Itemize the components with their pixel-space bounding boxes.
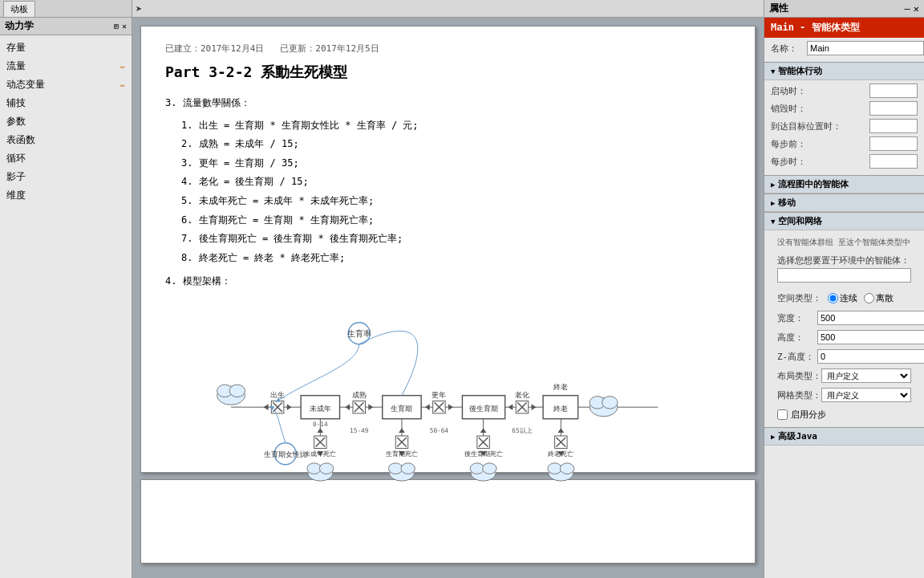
space-continuous-label: 连续 — [840, 292, 857, 304]
sidebar-item-params[interactable]: 参数 — [0, 112, 132, 131]
document-area[interactable]: 已建立：2017年12月4日 已更新：2017年12月5日 Part 3-2-2… — [132, 18, 764, 578]
name-field-group: 名称： — [764, 38, 924, 62]
use-steps-checkbox[interactable] — [777, 409, 788, 420]
tab-bar: 动板 — [0, 0, 132, 18]
eq-1: 1. 出生 = 生育期 * 生育期女性比 * 生育率 / 元; — [181, 117, 731, 135]
eq-5: 5. 未成年死亡 = 未成年 * 未成年死亡率; — [181, 193, 731, 210]
startup-field: 启动时： — [771, 83, 918, 98]
space-type-row: 空间类型： 连续 离散 — [771, 289, 918, 307]
arrive-field: 到达目标位置时： — [771, 119, 918, 133]
sidebar-header-icons: ⊞ ✕ — [114, 22, 127, 31]
svg-point-86 — [560, 463, 573, 474]
svg-marker-29 — [424, 404, 429, 410]
layout-select[interactable]: 用户定义 — [821, 368, 911, 383]
svg-marker-51 — [317, 428, 323, 433]
doc-updated: 已更新：2017年12月5日 — [280, 43, 379, 55]
svg-point-75 — [470, 463, 484, 474]
use-steps-row: 启用分步 — [771, 405, 918, 424]
svg-text:成熟: 成熟 — [351, 391, 366, 399]
space-type-label: 空间类型： — [777, 292, 821, 304]
svg-text:生育率: 生育率 — [346, 329, 371, 338]
svg-text:未成年死亡: 未成年死亡 — [304, 450, 336, 458]
use-steps-label: 启用分步 — [791, 409, 826, 421]
width-input[interactable] — [817, 311, 924, 325]
edit-icon-flow: ✏ — [120, 62, 125, 71]
sidebar-item-stock[interactable]: 存量 — [0, 39, 132, 57]
flow-agent-label: 流程图中的智能体 — [778, 178, 849, 190]
svg-marker-12 — [286, 404, 291, 410]
svg-text:終老: 終老 — [553, 405, 568, 413]
height-input[interactable] — [817, 330, 924, 344]
agent-behavior-section[interactable]: 智能体行动 — [764, 62, 924, 80]
name-label: 名称： — [771, 43, 807, 55]
space-network-section[interactable]: 空间和网络 — [764, 212, 924, 230]
svg-text:50-64: 50-64 — [429, 427, 448, 434]
z-height-input[interactable] — [817, 349, 924, 364]
arrive-input[interactable] — [869, 119, 918, 133]
navigate-arrow[interactable]: ➤ — [136, 2, 142, 15]
agent-behavior-label: 智能体行动 — [778, 65, 822, 77]
svg-marker-71 — [480, 428, 486, 433]
step-after-input[interactable] — [869, 154, 918, 169]
destroy-input[interactable] — [869, 101, 918, 116]
close-sidebar-icon[interactable]: ✕ — [122, 22, 127, 31]
flow-agent-section[interactable]: 流程图中的智能体 — [764, 175, 924, 193]
svg-point-7 — [229, 385, 245, 397]
height-label: 高度： — [777, 332, 817, 344]
step-after-label: 每步时： — [771, 156, 869, 168]
move-section[interactable]: 移动 — [764, 193, 924, 212]
svg-text:終老: 終老 — [553, 383, 568, 391]
svg-text:生育期: 生育期 — [391, 405, 412, 413]
sidebar-item-dynamic-var[interactable]: 动态变量 ✏ — [0, 75, 132, 94]
space-continuous-radio[interactable] — [828, 293, 838, 303]
tab-board[interactable]: 动板 — [3, 1, 35, 17]
advanced-java-section[interactable]: 高级Java — [764, 427, 924, 446]
sidebar-header: 动力学 ⊞ ✕ — [0, 18, 132, 35]
width-row: 宽度： — [771, 309, 918, 327]
svg-text:生育期死亡: 生育期死亡 — [385, 450, 417, 458]
sidebar-item-dimension[interactable]: 维度 — [0, 186, 132, 205]
svg-point-76 — [482, 463, 496, 474]
space-discrete-radio[interactable] — [864, 293, 874, 303]
sidebar-item-shadow[interactable]: 影子 — [0, 168, 132, 186]
svg-text:後生育期死亡: 後生育期死亡 — [464, 450, 502, 458]
sidebar-item-auxiliary[interactable]: 辅技 — [0, 94, 132, 112]
sidebar-item-loop[interactable]: 循环 — [0, 149, 132, 168]
step-before-field: 每步前： — [771, 136, 918, 151]
doc-meta: 已建立：2017年12月4日 已更新：2017年12月5日 — [165, 43, 731, 55]
svg-point-56 — [319, 463, 333, 474]
grid-label: 网格类型： — [777, 389, 821, 401]
startup-input[interactable] — [869, 83, 918, 98]
svg-text:15-49: 15-49 — [350, 427, 369, 434]
grid-row: 网格类型： 用户定义 — [771, 386, 918, 404]
doc-title: Part 3-2-2 系動生死模型 — [165, 63, 731, 82]
agent-behavior-content: 启动时： 销毁时： 到达目标位置时： 每步前： 每步时： — [764, 80, 924, 175]
name-input[interactable] — [807, 41, 924, 55]
space-continuous-option[interactable]: 连续 — [828, 292, 857, 304]
eq-8: 8. 終老死亡 = 終老 * 終老死亡率; — [181, 250, 731, 267]
svg-text:未成年: 未成年 — [309, 405, 330, 413]
svg-marker-38 — [508, 404, 513, 410]
choose-agent-row: 选择您想要置于环境中的智能体： — [771, 251, 918, 286]
height-row: 高度： — [771, 328, 918, 346]
doc-content: 3. 流量數學關係： 1. 出生 = 生育期 * 生育期女性比 * 生育率 / … — [165, 95, 731, 291]
grid-icon[interactable]: ⊞ — [114, 22, 119, 31]
svg-marker-30 — [448, 404, 453, 410]
panel-minimize-icon[interactable]: — — [905, 3, 910, 14]
step-before-input[interactable] — [869, 136, 918, 151]
space-discrete-option[interactable]: 离散 — [864, 292, 894, 304]
sidebar-item-table-func[interactable]: 表函数 — [0, 131, 132, 149]
svg-point-55 — [306, 463, 320, 474]
sidebar-items-list: 存量 流量 ✏ 动态变量 ✏ 辅技 参数 表函数 — [0, 35, 132, 208]
svg-point-66 — [400, 463, 414, 474]
panel-main-title: Main - 智能体类型 — [764, 18, 924, 38]
choose-agent-input[interactable] — [777, 268, 911, 283]
sidebar-item-flow[interactable]: 流量 ✏ — [0, 57, 132, 75]
svg-text:生育期女性比: 生育期女性比 — [263, 450, 306, 458]
panel-close-icon[interactable]: ✕ — [914, 3, 919, 14]
destroy-field: 销毁时： — [771, 101, 918, 116]
svg-point-85 — [547, 463, 561, 474]
width-label: 宽度： — [777, 312, 817, 324]
grid-select[interactable]: 用户定义 — [821, 388, 911, 402]
document-page: 已建立：2017年12月4日 已更新：2017年12月5日 Part 3-2-2… — [140, 26, 756, 473]
